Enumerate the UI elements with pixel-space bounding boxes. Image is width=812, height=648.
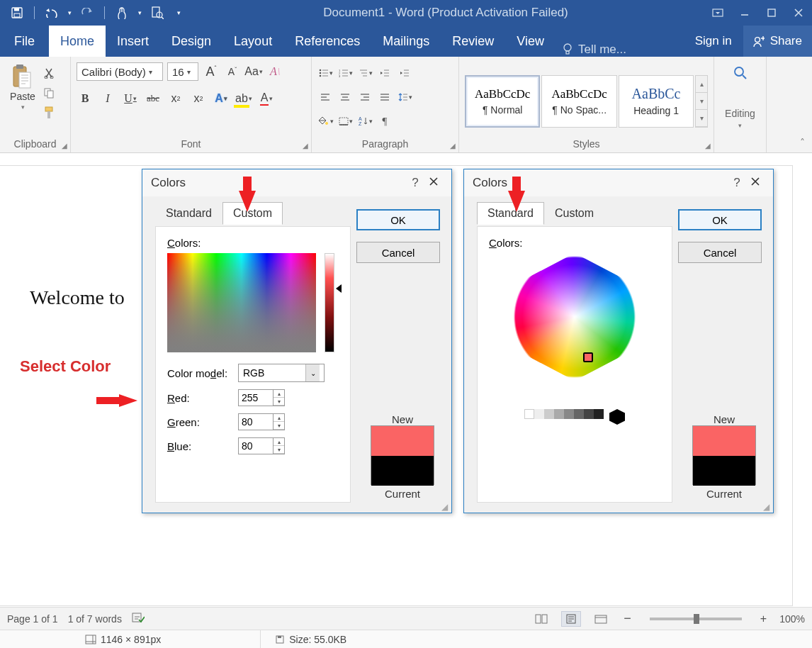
black-swatch[interactable] <box>609 409 625 425</box>
green-spinner[interactable]: ▴▾ <box>274 413 285 430</box>
collapse-ribbon-icon[interactable]: ˄ <box>800 137 805 148</box>
print-preview-icon[interactable] <box>145 3 170 23</box>
proofing-icon[interactable] <box>132 612 145 625</box>
luminance-slider[interactable] <box>325 253 334 352</box>
tab-mailings[interactable]: Mailings <box>371 26 441 57</box>
zoom-out-button[interactable]: − <box>621 611 634 626</box>
cut-icon[interactable] <box>41 65 57 81</box>
web-layout-icon[interactable] <box>591 611 611 627</box>
tab-custom[interactable]: Custom <box>544 202 604 225</box>
tab-standard[interactable]: Standard <box>155 202 222 225</box>
cancel-button[interactable]: Cancel <box>356 242 440 263</box>
page-indicator[interactable]: Page 1 of 1 <box>7 613 58 625</box>
subscript-button[interactable]: x2 <box>167 90 184 107</box>
color-spectrum[interactable] <box>167 253 316 352</box>
zoom-in-button[interactable]: + <box>757 613 769 625</box>
red-spinner[interactable]: ▴▾ <box>274 389 285 406</box>
share-button[interactable]: Share <box>743 26 812 57</box>
bullets-icon[interactable] <box>317 65 333 81</box>
strike-button[interactable]: abc <box>145 90 162 107</box>
ok-button[interactable]: OK <box>678 209 762 230</box>
tab-design[interactable]: Design <box>160 26 222 57</box>
help-icon[interactable]: ? <box>728 176 746 190</box>
tab-file[interactable]: File <box>0 26 49 57</box>
underline-button[interactable]: U <box>122 90 139 107</box>
ribbon-options-icon[interactable] <box>704 3 731 23</box>
touch-dropdown-icon[interactable]: ▾ <box>135 3 145 23</box>
tab-insert[interactable]: Insert <box>106 26 160 57</box>
sign-in-button[interactable]: Sign in <box>684 26 743 57</box>
borders-icon[interactable] <box>337 113 353 129</box>
resize-grip-icon[interactable]: ◢ <box>441 503 450 511</box>
redo-icon[interactable] <box>74 3 100 23</box>
sort-icon[interactable]: AZ <box>357 113 373 129</box>
font-color-icon[interactable]: A <box>258 90 275 107</box>
qat-customize-icon[interactable]: ▾ <box>170 3 187 23</box>
green-input[interactable]: 80 <box>238 413 274 430</box>
numbering-icon[interactable]: 123 <box>337 65 353 81</box>
maximize-icon[interactable] <box>758 3 785 23</box>
clear-format-icon[interactable]: A⧹ <box>266 63 283 80</box>
change-case-icon[interactable]: Aa <box>245 63 262 80</box>
highlight-icon[interactable]: ab <box>235 90 252 107</box>
styles-scroll[interactable]: ▴▾▾ <box>695 75 708 128</box>
zoom-value[interactable]: 100% <box>779 613 805 625</box>
blue-input[interactable]: 80 <box>238 437 274 454</box>
shrink-font-icon[interactable]: Aˇ <box>224 63 241 80</box>
minimize-icon[interactable] <box>731 3 758 23</box>
font-launcher-icon[interactable]: ◢ <box>303 142 308 150</box>
cancel-button[interactable]: Cancel <box>678 242 762 263</box>
italic-button[interactable]: I <box>99 90 116 107</box>
clipboard-launcher-icon[interactable]: ◢ <box>62 142 67 150</box>
touch-mouse-icon[interactable] <box>109 3 135 23</box>
styles-launcher-icon[interactable]: ◢ <box>705 142 711 150</box>
blue-spinner[interactable]: ▴▾ <box>274 437 285 454</box>
help-icon[interactable]: ? <box>406 176 424 190</box>
find-button[interactable] <box>720 61 760 84</box>
tab-view[interactable]: View <box>505 26 556 57</box>
justify-icon[interactable] <box>377 89 393 105</box>
show-marks-icon[interactable]: ¶ <box>377 113 393 129</box>
grayscale-row[interactable] <box>489 409 660 425</box>
align-center-icon[interactable] <box>337 89 353 105</box>
align-left-icon[interactable] <box>317 89 333 105</box>
tab-layout[interactable]: Layout <box>222 26 283 57</box>
tab-references[interactable]: References <box>283 26 371 57</box>
dec-indent-icon[interactable] <box>377 65 393 81</box>
undo-dropdown-icon[interactable]: ▾ <box>64 3 74 23</box>
save-icon[interactable] <box>4 3 30 23</box>
line-spacing-icon[interactable] <box>397 89 412 105</box>
style-normal[interactable]: AaBbCcDc ¶ Normal <box>465 75 540 128</box>
font-name-combo[interactable]: Calibri (Body)▾ <box>77 62 163 81</box>
color-model-select[interactable]: RGB⌄ <box>238 364 325 382</box>
zoom-thumb[interactable] <box>694 614 699 624</box>
format-painter-icon[interactable] <box>41 105 57 121</box>
close-icon[interactable] <box>746 176 765 190</box>
bold-button[interactable]: B <box>77 90 94 107</box>
read-mode-icon[interactable] <box>531 611 551 627</box>
luminance-pointer-icon[interactable] <box>336 284 342 293</box>
font-size-combo[interactable]: 16▾ <box>167 62 198 81</box>
inc-indent-icon[interactable] <box>397 65 412 81</box>
close-window-icon[interactable] <box>785 3 812 23</box>
superscript-button[interactable]: x2 <box>190 90 207 107</box>
align-right-icon[interactable] <box>357 89 373 105</box>
close-icon[interactable] <box>424 176 443 190</box>
shading-icon[interactable] <box>317 113 333 129</box>
tab-home[interactable]: Home <box>49 26 106 57</box>
style-heading1[interactable]: AaBbCc Heading 1 <box>619 75 694 128</box>
tab-review[interactable]: Review <box>441 26 505 57</box>
standard-colors-hex[interactable] <box>490 253 660 402</box>
zoom-slider[interactable] <box>650 618 742 620</box>
paste-button[interactable]: Paste ▾ <box>6 64 40 111</box>
copy-icon[interactable] <box>41 85 57 101</box>
word-count[interactable]: 1 of 7 words <box>68 613 122 625</box>
paragraph-launcher-icon[interactable]: ◢ <box>450 142 456 150</box>
style-no-spacing[interactable]: AaBbCcDc ¶ No Spac... <box>541 75 616 128</box>
text-effects-icon[interactable]: A <box>213 90 230 107</box>
dialog-titlebar[interactable]: Colors ? <box>142 169 451 196</box>
red-input[interactable]: 255 <box>238 389 274 406</box>
print-layout-icon[interactable] <box>561 611 581 627</box>
multilevel-icon[interactable] <box>357 65 373 81</box>
resize-grip-icon[interactable]: ◢ <box>763 503 772 511</box>
